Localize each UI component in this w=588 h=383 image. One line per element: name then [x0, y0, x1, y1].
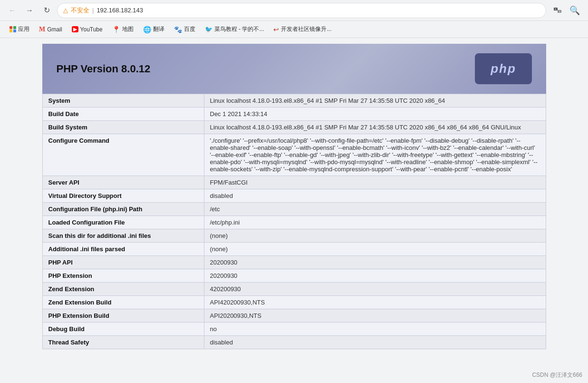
bookmark-maps[interactable]: 📍 地图: [108, 23, 137, 35]
row-label: PHP Extension Build: [42, 309, 204, 323]
maps-icon: 📍: [112, 26, 120, 33]
bookmark-devmirror[interactable]: ↩ 开发者社区镜像升...: [270, 23, 335, 35]
page-content: PHP Version 8.0.12 php SystemLinux local…: [42, 44, 546, 349]
row-value: Dec 1 2021 14:33:14: [204, 108, 546, 121]
info-table: SystemLinux localhost 4.18.0-193.el8.x86…: [42, 94, 546, 349]
table-row: SystemLinux localhost 4.18.0-193.el8.x86…: [42, 94, 546, 108]
bookmark-maps-label: 地图: [122, 25, 134, 33]
youtube-icon: ▶: [72, 26, 78, 32]
row-value: /etc/php.ini: [204, 216, 546, 229]
row-label: Thread Safety: [42, 336, 204, 349]
bookmark-youtube-label: YouTube: [80, 26, 103, 33]
row-label: Configure Command: [42, 134, 204, 176]
browser-right-icons: A 文 🔍: [550, 3, 582, 18]
row-value: disabled: [204, 189, 546, 203]
php-header: PHP Version 8.0.12 php: [42, 44, 546, 94]
table-row: Build SystemLinux localhost 4.18.0-193.e…: [42, 121, 546, 134]
row-value: API420200930,NTS: [204, 296, 546, 309]
security-warning-text: 不安全: [71, 6, 89, 15]
row-label: Build System: [42, 121, 204, 134]
row-value: Linux localhost 4.18.0-193.el8.x86_64 #1…: [204, 121, 546, 134]
baidu-icon: 🐾: [174, 26, 182, 33]
table-row: Scan this dir for additional .ini files(…: [42, 229, 546, 243]
table-row: Zend Extension420200930: [42, 283, 546, 296]
bookmark-gmail-label: Gmail: [47, 26, 62, 33]
row-label: Virtual Directory Support: [42, 189, 204, 203]
bookmarks-bar: 应用 M Gmail ▶ YouTube 📍 地图 🌐 翻译 🐾 百度 🐦 菜鸟…: [0, 21, 588, 38]
refresh-button[interactable]: ↻: [40, 4, 53, 17]
row-label: PHP Extension: [42, 269, 204, 283]
table-row: PHP Extension20200930: [42, 269, 546, 283]
bookmark-cainiao-label: 菜鸟教程 - 学的不...: [214, 25, 264, 33]
table-row: Configure Command'./configure' '--prefix…: [42, 134, 546, 176]
row-label: System: [42, 94, 204, 108]
table-row: Loaded Configuration File/etc/php.ini: [42, 216, 546, 229]
security-warning-icon: △: [63, 7, 68, 14]
devmirror-icon: ↩: [273, 26, 279, 33]
row-value: FPM/FastCGI: [204, 176, 546, 189]
bookmark-apps[interactable]: 应用: [6, 23, 33, 35]
row-value: /etc: [204, 203, 546, 216]
translate-page-button[interactable]: A 文: [550, 3, 565, 18]
bookmark-baidu[interactable]: 🐾 百度: [170, 23, 199, 35]
svg-text:php: php: [490, 61, 516, 76]
table-row: Thread Safetydisabled: [42, 336, 546, 349]
row-value: API20200930,NTS: [204, 309, 546, 323]
row-label: Additional .ini files parsed: [42, 243, 204, 256]
row-value: 420200930: [204, 283, 546, 296]
php-version-title: PHP Version 8.0.12: [57, 63, 151, 75]
row-label: Zend Extension: [42, 283, 204, 296]
address-bar[interactable]: △ 不安全 | 192.168.182.143: [57, 3, 546, 18]
row-label: Debug Build: [42, 323, 204, 336]
row-value: Linux localhost 4.18.0-193.el8.x86_64 #1…: [204, 94, 546, 108]
php-logo: php: [475, 53, 532, 84]
table-row: Additional .ini files parsed(none): [42, 243, 546, 256]
row-value: disabled: [204, 336, 546, 349]
table-row: PHP Extension BuildAPI20200930,NTS: [42, 309, 546, 323]
translate-icon: 🌐: [143, 26, 151, 33]
bookmark-baidu-label: 百度: [184, 25, 195, 33]
table-row: Server APIFPM/FastCGI: [42, 176, 546, 189]
row-value: (none): [204, 229, 546, 243]
address-text: 192.168.182.143: [96, 7, 540, 14]
row-label: Zend Extension Build: [42, 296, 204, 309]
row-value: (none): [204, 243, 546, 256]
row-label: Configuration File (php.ini) Path: [42, 203, 204, 216]
table-row: PHP API20200930: [42, 256, 546, 269]
row-label: Loaded Configuration File: [42, 216, 204, 229]
address-separator: |: [92, 7, 94, 14]
table-row: Configuration File (php.ini) Path/etc: [42, 203, 546, 216]
row-value: no: [204, 323, 546, 336]
row-label: Scan this dir for additional .ini files: [42, 229, 204, 243]
cainiao-icon: 🐦: [205, 26, 212, 33]
table-row: Virtual Directory Supportdisabled: [42, 189, 546, 203]
bookmark-youtube[interactable]: ▶ YouTube: [68, 24, 106, 35]
back-button[interactable]: ←: [6, 4, 19, 17]
bookmark-apps-label: 应用: [18, 25, 29, 33]
row-label: Server API: [42, 176, 204, 189]
forward-button[interactable]: →: [23, 4, 36, 17]
bookmark-devmirror-label: 开发者社区镜像升...: [281, 25, 331, 33]
row-label: PHP API: [42, 256, 204, 269]
row-value: './configure' '--prefix=/usr/local/php8'…: [204, 134, 546, 176]
search-button[interactable]: 🔍: [567, 3, 582, 18]
row-value: 20200930: [204, 256, 546, 269]
table-row: Build DateDec 1 2021 14:33:14: [42, 108, 546, 121]
row-label: Build Date: [42, 108, 204, 121]
table-row: Debug Buildno: [42, 323, 546, 336]
gmail-icon: M: [39, 26, 45, 33]
nav-bar: ← → ↻ △ 不安全 | 192.168.182.143 A 文 🔍: [0, 0, 588, 21]
bookmark-gmail[interactable]: M Gmail: [35, 24, 66, 35]
svg-text:文: 文: [559, 10, 561, 13]
bookmark-translate-label: 翻译: [153, 25, 164, 33]
row-value: 20200930: [204, 269, 546, 283]
table-row: Zend Extension BuildAPI420200930,NTS: [42, 296, 546, 309]
bookmark-translate[interactable]: 🌐 翻译: [139, 23, 168, 35]
bookmark-cainiao[interactable]: 🐦 菜鸟教程 - 学的不...: [201, 23, 268, 35]
